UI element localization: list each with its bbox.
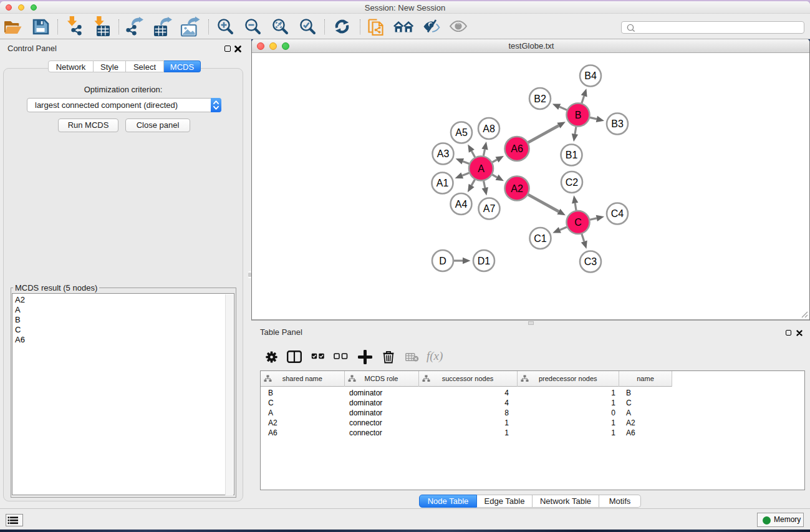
svg-text:C2: C2 xyxy=(566,177,579,188)
svg-text:A1: A1 xyxy=(436,178,449,188)
svg-text:B1: B1 xyxy=(566,150,578,160)
svg-text:A8: A8 xyxy=(483,123,495,134)
svg-text:A2: A2 xyxy=(511,183,523,194)
svg-text:A7: A7 xyxy=(483,203,496,214)
svg-text:A: A xyxy=(478,163,485,174)
svg-text:A4: A4 xyxy=(455,199,468,210)
svg-text:B2: B2 xyxy=(534,94,546,104)
svg-text:C4: C4 xyxy=(611,208,624,219)
svg-text:C3: C3 xyxy=(584,256,597,267)
svg-text:D: D xyxy=(439,256,446,266)
svg-text:D1: D1 xyxy=(478,256,491,266)
svg-text:C1: C1 xyxy=(534,233,547,244)
svg-text:B4: B4 xyxy=(584,70,597,81)
svg-text:A5: A5 xyxy=(455,127,468,138)
svg-text:A6: A6 xyxy=(511,143,523,154)
svg-text:B3: B3 xyxy=(611,118,624,129)
svg-text:A3: A3 xyxy=(437,148,450,159)
svg-text:B: B xyxy=(575,110,582,120)
svg-text:C: C xyxy=(574,217,582,228)
